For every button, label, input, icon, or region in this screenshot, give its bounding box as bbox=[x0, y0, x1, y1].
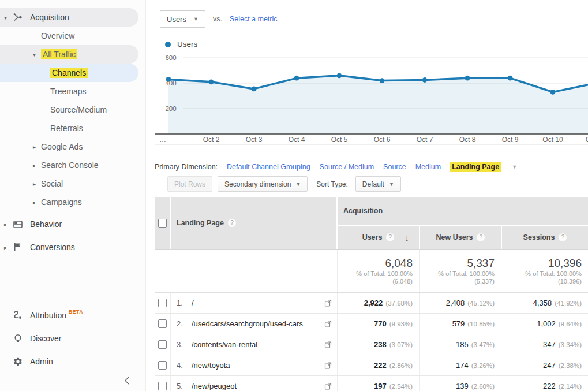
group-header-label: Acquisition bbox=[343, 207, 383, 215]
metric-selector-dropdown[interactable]: Users ▼ bbox=[160, 10, 205, 28]
metric-percent: (3.07%) bbox=[389, 341, 413, 348]
landing-page-link[interactable]: / bbox=[192, 299, 194, 307]
sort-desc-icon[interactable]: ↓ bbox=[405, 233, 410, 243]
sidebar-item-acquisition[interactable]: ▾Acquisition bbox=[0, 8, 145, 27]
metric-value: 347 bbox=[543, 340, 556, 349]
help-icon[interactable]: ? bbox=[228, 219, 236, 227]
chevron-right-icon[interactable]: ▸ bbox=[4, 221, 7, 228]
landing-page-link[interactable]: /contents/van-rental bbox=[192, 340, 257, 349]
dimension-column-header[interactable]: Landing Page bbox=[177, 219, 224, 227]
column-header-label[interactable]: Sessions bbox=[523, 233, 555, 241]
dimension-option-source[interactable]: Source bbox=[383, 163, 406, 171]
sidebar-item-overview[interactable]: Overview bbox=[0, 27, 145, 45]
dimension-option-medium[interactable]: Medium bbox=[415, 163, 441, 171]
sidebar-item-campaigns[interactable]: ▸Campaigns bbox=[0, 193, 145, 211]
dimension-option-landing-page[interactable]: Landing Page bbox=[450, 162, 501, 172]
plot-rows-button[interactable]: Plot Rows bbox=[167, 176, 212, 192]
row-checkbox[interactable] bbox=[158, 319, 167, 328]
data-point[interactable] bbox=[422, 77, 428, 83]
totals-absolute: (10,396) bbox=[558, 278, 582, 285]
data-point[interactable] bbox=[209, 79, 214, 84]
sessions-cell: 1,002(9.64%) bbox=[501, 314, 588, 334]
sidebar-item-treemaps[interactable]: Treemaps bbox=[0, 82, 145, 100]
row-index: 2. bbox=[177, 319, 192, 328]
dimension-option-default-channel-grouping[interactable]: Default Channel Grouping bbox=[227, 163, 310, 171]
help-icon[interactable]: ? bbox=[559, 233, 567, 241]
row-checkbox[interactable] bbox=[158, 382, 167, 390]
totals-absolute: (6,048) bbox=[392, 278, 413, 285]
chevron-right-icon[interactable]: ▸ bbox=[33, 199, 36, 206]
open-page-icon[interactable] bbox=[324, 382, 332, 390]
row-checkbox[interactable] bbox=[158, 361, 167, 370]
chevron-right-icon[interactable]: ▸ bbox=[33, 181, 36, 187]
new-users-cell: 579(10.85%) bbox=[419, 314, 501, 334]
chevron-down-icon[interactable]: ▾ bbox=[4, 14, 7, 21]
secondary-dimension-dropdown[interactable]: Secondary dimension ▼ bbox=[218, 176, 308, 192]
column-header-label[interactable]: Users bbox=[362, 233, 383, 241]
sidebar-item-discover[interactable]: Discover bbox=[0, 327, 145, 350]
totals-percent: % of Total: 100.00% bbox=[525, 270, 582, 277]
sidebar-item-conversions[interactable]: ▸Conversions bbox=[0, 238, 145, 256]
primary-dimension-caption: Primary Dimension: bbox=[155, 163, 218, 171]
open-page-icon[interactable] bbox=[324, 341, 332, 348]
sidebar-item-social[interactable]: ▸Social bbox=[0, 174, 145, 193]
metric-percent: (9.64%) bbox=[559, 321, 582, 327]
metric-value: 197 bbox=[374, 382, 387, 390]
sidebar-item-all-traffic[interactable]: ▾All Traffic bbox=[0, 45, 145, 64]
landing-page-link[interactable]: /new/peugeot bbox=[192, 382, 237, 390]
sidebar-item-behavior[interactable]: ▸Behavior bbox=[0, 215, 145, 233]
data-point[interactable] bbox=[337, 73, 342, 78]
row-checkbox[interactable] bbox=[158, 299, 167, 307]
data-point[interactable] bbox=[252, 87, 257, 92]
landing-page-cell: 3./contents/van-rental bbox=[170, 334, 337, 355]
sidebar-item-admin[interactable]: Admin bbox=[0, 350, 145, 373]
data-point[interactable] bbox=[550, 90, 556, 95]
landing-page-link[interactable]: /new/toyota bbox=[192, 361, 230, 370]
sidebar-item-label: Search Console bbox=[41, 161, 99, 170]
row-checkbox[interactable] bbox=[158, 340, 167, 349]
chevron-right-icon[interactable]: ▸ bbox=[4, 244, 7, 251]
sidebar-collapse-button[interactable] bbox=[118, 375, 136, 388]
open-page-icon[interactable] bbox=[324, 362, 332, 369]
chart-bottom-divider bbox=[155, 144, 588, 145]
landing-page-link[interactable]: /usedcars/searchgroup/used-cars bbox=[192, 319, 303, 328]
data-point[interactable] bbox=[380, 78, 385, 83]
y-tick-label: 600 bbox=[165, 54, 176, 61]
sidebar-item-search-console[interactable]: ▸Search Console bbox=[0, 156, 145, 174]
help-icon[interactable]: ? bbox=[477, 233, 485, 241]
open-page-icon[interactable] bbox=[324, 299, 332, 307]
sidebar-item-google-ads[interactable]: ▸Google Ads bbox=[0, 137, 145, 156]
sidebar-item-source-medium[interactable]: Source/Medium bbox=[0, 100, 145, 119]
row-checkbox-cell bbox=[155, 376, 170, 391]
y-tick-label: 400 bbox=[165, 80, 176, 87]
totals-users: 6,048% of Total: 100.00%(6,048) bbox=[337, 250, 419, 292]
metric-percent: (9.93%) bbox=[389, 321, 413, 327]
sort-type-dropdown[interactable]: Default ▼ bbox=[355, 176, 401, 192]
sidebar-item-channels[interactable]: Channels bbox=[0, 64, 145, 82]
sidebar-item-label: Overview bbox=[41, 31, 74, 40]
metric-value: 238 bbox=[374, 340, 387, 349]
chevron-right-icon[interactable]: ▸ bbox=[33, 144, 36, 150]
column-header-label[interactable]: New Users bbox=[436, 233, 473, 241]
sidebar-item-referrals[interactable]: Referrals bbox=[0, 119, 145, 137]
sidebar-item-attribution[interactable]: AttributionBETA bbox=[0, 304, 145, 327]
data-point[interactable] bbox=[294, 76, 299, 81]
select-metric-link[interactable]: Select a metric bbox=[230, 15, 278, 23]
dimension-option-source-medium[interactable]: Source / Medium bbox=[320, 163, 374, 171]
data-point[interactable] bbox=[508, 76, 513, 81]
table-row: 3./contents/van-rental238(3.07%)185(3.47… bbox=[155, 334, 588, 355]
sidebar-item-label: Treemaps bbox=[50, 87, 87, 96]
metric-percent: (2.38%) bbox=[559, 362, 582, 369]
chevron-down-icon[interactable]: ▾ bbox=[33, 51, 36, 58]
open-page-icon[interactable] bbox=[324, 320, 332, 327]
select-all-checkbox[interactable] bbox=[158, 219, 167, 228]
totals-new-users: 5,337% of Total: 100.00%(5,337) bbox=[419, 250, 501, 292]
row-index: 4. bbox=[177, 361, 192, 370]
x-tick-label: Oct 11 bbox=[586, 136, 588, 144]
totals-value: 5,337 bbox=[467, 257, 495, 270]
data-point[interactable] bbox=[465, 76, 470, 81]
table-header: Landing Page?AcquisitionUsers?↓New Users… bbox=[155, 197, 588, 250]
help-icon[interactable]: ? bbox=[386, 233, 394, 241]
attribution-icon bbox=[13, 310, 23, 321]
chevron-right-icon[interactable]: ▸ bbox=[33, 162, 36, 169]
